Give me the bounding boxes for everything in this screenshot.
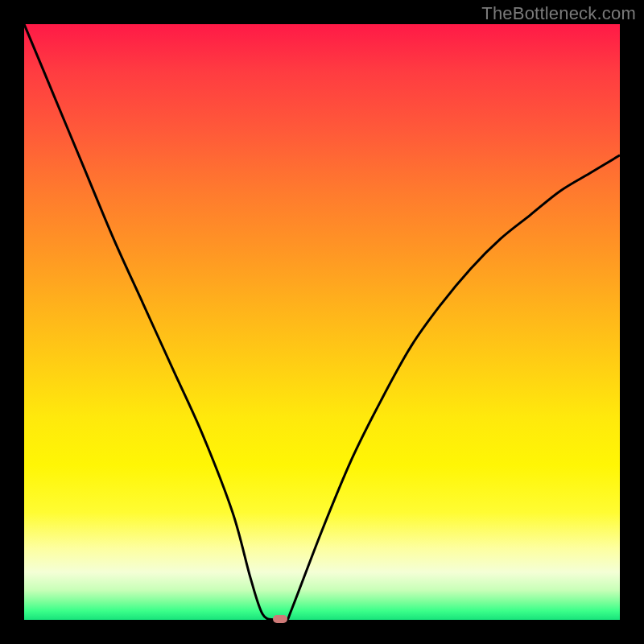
optimal-marker (273, 615, 287, 623)
curve-svg (24, 24, 620, 620)
plot-area (24, 24, 620, 620)
bottleneck-curve-path (24, 24, 620, 620)
chart-container: TheBottleneck.com (0, 0, 644, 644)
watermark-text: TheBottleneck.com (481, 3, 636, 24)
